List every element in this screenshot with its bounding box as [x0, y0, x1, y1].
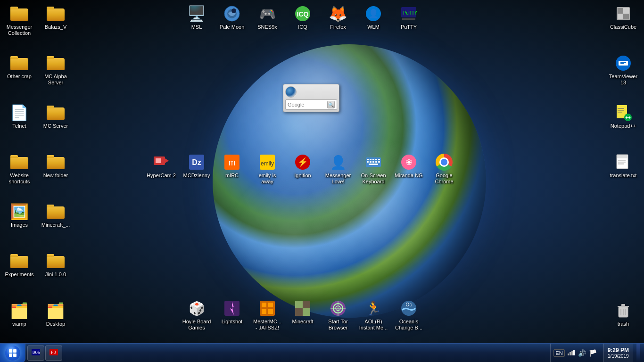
language-indicator[interactable]: EN	[553, 349, 564, 357]
notepadpp-label: Notepad++	[611, 123, 636, 129]
other-crap-icon-img	[10, 54, 29, 73]
icon-hoyle-board-games[interactable]: 🎲 Hoyle Board Games	[180, 297, 214, 333]
icon-messenger-love[interactable]: 👤 Messenger Love!	[321, 151, 355, 187]
icon-teamviewer[interactable]: TeamViewer 13	[606, 52, 640, 88]
svg-rect-68	[295, 301, 303, 308]
icon-hypercam2[interactable]: HyperCam 2	[144, 151, 178, 181]
svg-rect-90	[573, 350, 575, 355]
icon-msl[interactable]: 🖥️ MSL	[180, 2, 214, 32]
svg-rect-37	[623, 8, 629, 14]
icon-ignition[interactable]: ⚡ Ignition	[286, 151, 320, 181]
taskbar: DOS PJ EN 🔊	[0, 343, 644, 362]
experiments-icon-img	[10, 252, 29, 271]
taskbar-right-area: EN 🔊 🏳️ 9:29 PM 1/19/2019	[550, 344, 644, 362]
svg-text:++: ++	[625, 115, 631, 120]
icon-wamp[interactable]: 🗂️ wamp	[2, 299, 36, 329]
flag-icon: 🏳️	[589, 349, 597, 357]
icon-pale-moon[interactable]: Pale Moon	[215, 2, 249, 32]
icon-telnet[interactable]: 📄 Telnet	[2, 101, 36, 131]
icon-minecraft[interactable]: Minecraft	[286, 297, 320, 327]
hoyle-board-games-label: Hoyle Board Games	[182, 319, 212, 331]
taskbar-program-pj[interactable]: PJ	[45, 346, 62, 361]
svg-text:PJ: PJ	[51, 350, 56, 355]
icon-jini[interactable]: Jini 1.0.0	[39, 250, 73, 280]
google-search-input[interactable]	[288, 102, 326, 107]
icon-mc-server[interactable]: MC Server	[39, 101, 73, 131]
icon-google-chrome[interactable]: Google Chrome	[427, 151, 461, 187]
msl-label: MSL	[191, 24, 202, 30]
icon-balazs-v[interactable]: Balazs_V	[39, 2, 73, 32]
network-icon[interactable]	[568, 349, 575, 357]
svg-rect-12	[156, 158, 161, 163]
svg-rect-30	[375, 161, 377, 163]
icon-mirc[interactable]: m mIRC	[215, 151, 249, 181]
emily-is-away-icon-img: emily	[258, 153, 277, 172]
icon-messenger-collection[interactable]: Messenger Collection	[2, 2, 36, 38]
taskbar-program-dosbox[interactable]: DOS	[27, 346, 44, 361]
firefox-icon-img: 🦊	[329, 4, 347, 23]
svg-rect-57	[621, 304, 625, 306]
svg-rect-81	[9, 354, 12, 357]
svg-rect-53	[618, 162, 626, 163]
pale-moon-icon-img	[223, 4, 241, 23]
icon-translate-txt[interactable]: translate.txt	[606, 151, 640, 181]
icon-snes9x[interactable]: 🎮 SNES9x	[250, 2, 284, 32]
svg-rect-25	[375, 159, 377, 160]
translate-txt-label: translate.txt	[610, 173, 637, 179]
system-clock[interactable]: 9:29 PM 1/19/2019	[603, 344, 633, 362]
icon-start-tor-browser[interactable]: Start Tor Browser	[321, 297, 355, 333]
icon-new-folder[interactable]: New folder	[39, 151, 73, 181]
start-orb-icon	[5, 346, 20, 361]
icon-images[interactable]: 🖼️ Images	[2, 200, 36, 230]
icon-mcdzienny[interactable]: Dz MCDzienny	[180, 151, 214, 181]
icon-other-crap[interactable]: Other crap	[2, 52, 36, 82]
icon-website-shortcuts[interactable]: Website shortcuts	[2, 151, 36, 187]
icon-notepadpp[interactable]: ++ Notepad++	[606, 101, 640, 131]
start-button[interactable]	[0, 344, 25, 362]
icon-on-screen-keyboard[interactable]: On-Screen Keyboard	[356, 151, 390, 187]
svg-rect-64	[268, 303, 273, 307]
desktop-folder-icon-img: 🗂️	[46, 301, 65, 320]
svg-rect-71	[295, 308, 303, 316]
svg-rect-43	[620, 63, 624, 64]
icon-firefox[interactable]: 🦊 Firefox	[321, 2, 355, 32]
aol-instant-me-label: AOL(R) Instant Me...	[358, 319, 388, 331]
svg-rect-42	[620, 62, 626, 63]
icon-putty[interactable]: PuTTY PuTTY	[392, 2, 426, 32]
icon-mc-alpha-server[interactable]: MC Alpha Server	[39, 52, 73, 88]
icon-miranda-ng[interactable]: ❀ Miranda NG	[392, 151, 426, 181]
icon-experiments[interactable]: Experiments	[2, 250, 36, 280]
images-icon-img: 🖼️	[10, 202, 29, 221]
icon-minecraft-shortcut[interactable]: Minecraft_...	[39, 200, 73, 230]
svg-rect-26	[378, 159, 380, 160]
svg-rect-32	[369, 164, 378, 165]
icon-aol-instant-me[interactable]: 🏃 AOL(R) Instant Me...	[356, 297, 390, 333]
svg-rect-39	[623, 14, 629, 19]
website-shortcuts-icon-img	[10, 153, 29, 172]
show-desktop-button[interactable]	[636, 344, 640, 362]
mestermc-label: MesterMC... - JATSSZ!	[252, 319, 282, 331]
icon-desktop-folder[interactable]: 🗂️ Desktop	[39, 299, 73, 329]
emily-is-away-label: emily is away	[252, 173, 282, 185]
svg-text:ICQ: ICQ	[297, 10, 309, 18]
mirc-label: mIRC	[225, 173, 239, 179]
miranda-ng-label: Miranda NG	[395, 173, 422, 179]
notepadpp-icon-img: ++	[614, 103, 633, 122]
icon-classicube[interactable]: ClassiCube	[606, 2, 640, 32]
svg-text:m: m	[229, 158, 236, 167]
icon-oceanis-change-b[interactable]: Oc Oceanis Change B...	[392, 297, 426, 333]
images-label: Images	[11, 222, 28, 228]
google-search-button[interactable]: 🔍	[327, 101, 335, 108]
volume-icon[interactable]: 🔊	[578, 349, 586, 357]
icon-mestermc[interactable]: MesterMC... - JATSSZ!	[250, 297, 284, 333]
lightshot-icon-img	[223, 299, 241, 318]
google-search-box[interactable]: 🔍	[285, 99, 337, 110]
icon-trash[interactable]: trash	[606, 299, 640, 329]
miranda-ng-icon-img: ❀	[399, 153, 418, 172]
aol-instant-me-icon-img: 🏃	[364, 299, 383, 318]
icon-icq[interactable]: ICQ ICQ	[286, 2, 320, 32]
icon-emily-is-away[interactable]: emily emily is away	[250, 151, 284, 187]
icon-wlm[interactable]: 👤 WLM	[356, 2, 390, 32]
icon-lightshot[interactable]: Lightshot	[215, 297, 249, 327]
messenger-love-label: Messenger Love!	[323, 173, 353, 185]
